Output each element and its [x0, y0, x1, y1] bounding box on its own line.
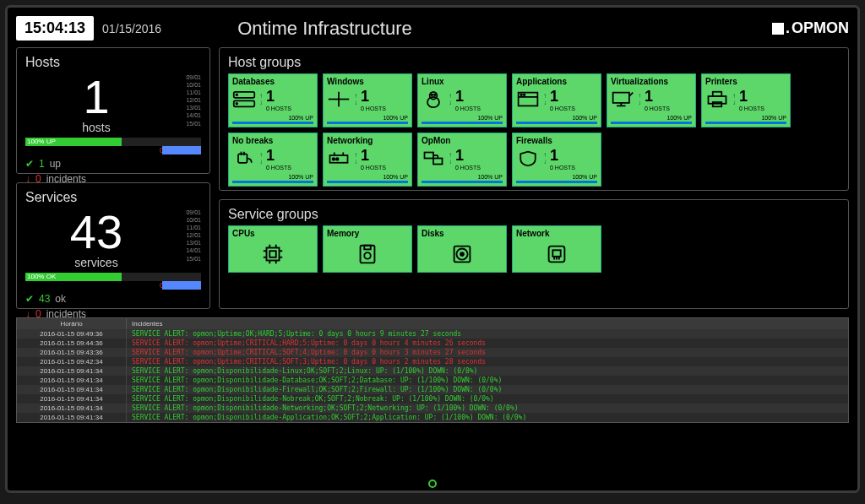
- svg-rect-21: [238, 154, 248, 163]
- hostgroup-card[interactable]: Virtualizations↑↓10 HOSTS100% UP: [607, 73, 696, 127]
- log-message: SERVICE ALERT: opmon;Uptime;CRITICAL;SOF…: [127, 348, 848, 357]
- hostgroup-up: 100% UP: [383, 115, 408, 121]
- svg-point-13: [524, 94, 525, 95]
- servicegroup-card[interactable]: Memory: [323, 225, 412, 273]
- svg-rect-30: [433, 159, 443, 165]
- logo: .OPMON: [772, 19, 849, 37]
- log-time: 2016-01-15 09:41:34: [17, 366, 127, 376]
- svg-rect-29: [425, 153, 434, 159]
- hostgroup-count: 1: [266, 88, 291, 106]
- hostgroup-card[interactable]: Windows↑↓10 HOSTS100% UP: [323, 73, 412, 127]
- hostgroup-up: 100% UP: [383, 174, 408, 180]
- hostgroup-icon: [422, 149, 445, 168]
- hostgroup-up: 100% UP: [572, 115, 597, 121]
- svg-point-25: [333, 158, 335, 160]
- log-time: 2016-01-15 09:41:34: [17, 376, 127, 385]
- check-icon: ✔: [25, 158, 34, 170]
- services-bar: 100% OK: [25, 273, 201, 281]
- log-message: SERVICE ALERT: opmon;Uptime;CRITICAL;HAR…: [127, 339, 848, 348]
- hostgroup-up: 100% UP: [666, 115, 692, 121]
- hostgroup-hosts: 0 HOSTS: [550, 106, 575, 111]
- hostgroup-count: 1: [361, 88, 386, 106]
- log-time: 2016-01-15 09:41:34: [17, 394, 127, 404]
- hostgroup-icon: [516, 90, 540, 109]
- hostgroup-icon: [327, 149, 351, 168]
- arrows-icon: ↑↓: [449, 152, 452, 165]
- log-panel: Horário Incidentes 2016-01-15 09:49:36SE…: [16, 317, 849, 423]
- servicegroup-icon: [355, 241, 380, 265]
- hosts-count: 1: [25, 73, 167, 121]
- date: 01/15/2016: [102, 22, 161, 35]
- log-row: 2016-01-15 09:44:36SERVICE ALERT: opmon;…: [17, 339, 848, 348]
- log-time: 2016-01-15 09:41:34: [17, 404, 127, 413]
- hostgroup-card[interactable]: OpMon↑↓10 HOSTS100% UP: [417, 133, 507, 187]
- servicegroup-card[interactable]: Network: [512, 225, 601, 273]
- svg-point-8: [431, 94, 432, 95]
- hostgroup-up: 100% UP: [761, 115, 786, 121]
- arrows-icon: ↑↓: [259, 93, 263, 106]
- hostgroup-hosts: 0 HOSTS: [266, 106, 291, 111]
- servicegroup-card[interactable]: Disks: [417, 225, 507, 273]
- log-message: SERVICE ALERT: opmon;Disponibilidade-Fir…: [127, 385, 848, 394]
- log-message: SERVICE ALERT: opmon;Uptime;CRITICAL;SOF…: [127, 357, 848, 366]
- log-row: 2016-01-15 09:41:34SERVICE ALERT: opmon;…: [17, 413, 848, 422]
- hostgroups-title: Host groups: [228, 55, 840, 70]
- servicegroups-title: Service groups: [228, 207, 840, 222]
- arrows-icon: ↑↓: [449, 93, 452, 106]
- log-time: 2016-01-15 09:41:34: [17, 385, 127, 394]
- hostgroup-hosts: 0 HOSTS: [645, 106, 670, 111]
- hostgroup-name: Applications: [516, 77, 597, 86]
- hostgroup-icon: [516, 149, 540, 168]
- log-row: 2016-01-15 09:42:34SERVICE ALERT: opmon;…: [17, 357, 848, 366]
- log-row: 2016-01-15 09:43:36SERVICE ALERT: opmon;…: [17, 348, 848, 357]
- log-time: 2016-01-15 09:42:34: [17, 357, 127, 366]
- hostgroup-hosts: 0 HOSTS: [455, 165, 481, 171]
- power-icon[interactable]: [428, 480, 437, 488]
- hostgroup-card[interactable]: Linux↑↓10 HOSTS100% UP: [417, 73, 507, 127]
- servicegroup-icon: [260, 241, 286, 265]
- svg-rect-34: [269, 251, 276, 257]
- svg-point-45: [364, 252, 371, 259]
- hostgroup-card[interactable]: Applications↑↓10 HOSTS100% UP: [512, 73, 601, 127]
- servicegroup-name: CPUs: [232, 229, 313, 238]
- hostgroup-up: 100% UP: [477, 115, 503, 121]
- hostgroup-count: 1: [455, 88, 481, 106]
- log-row: 2016-01-15 09:41:34SERVICE ALERT: opmon;…: [17, 394, 848, 404]
- hostgroup-icon: [705, 90, 729, 109]
- hostgroup-name: Windows: [327, 77, 408, 86]
- hostgroup-count: 1: [361, 147, 386, 165]
- hostgroup-card[interactable]: Networking↑↓10 HOSTS100% UP: [323, 133, 412, 187]
- hostgroup-card[interactable]: Firewalls↑↓10 HOSTS100% UP: [512, 133, 601, 187]
- svg-point-9: [434, 94, 436, 95]
- hosts-dates: 09/0110/0111/0112/0113/0114/0115/01: [167, 73, 201, 134]
- servicegroup-icon: [449, 241, 475, 265]
- hostgroup-card[interactable]: No breaks↑↓10 HOSTS100% UP: [228, 133, 318, 187]
- arrows-icon: ↑↓: [543, 93, 547, 106]
- servicegroup-card[interactable]: CPUs: [228, 225, 318, 273]
- servicegroup-icon: [544, 241, 569, 265]
- hostgroup-card[interactable]: Databases↑↓10 HOSTS100% UP: [228, 73, 318, 127]
- hostgroup-icon: [232, 90, 256, 109]
- svg-rect-50: [552, 250, 560, 257]
- hostgroup-name: Firewalls: [516, 136, 597, 145]
- svg-point-48: [460, 252, 464, 256]
- hostgroup-hosts: 0 HOSTS: [361, 106, 386, 111]
- log-message: SERVICE ALERT: opmon;Disponibilidade-Nob…: [127, 394, 848, 404]
- hostgroup-count: 1: [739, 88, 764, 106]
- svg-point-2: [236, 94, 237, 95]
- services-title: Services: [25, 190, 201, 205]
- hosts-panel: Hosts 1 hosts 09/0110/0111/0112/0113/011…: [16, 47, 210, 174]
- hostgroup-up: 100% UP: [288, 174, 313, 180]
- log-message: SERVICE ALERT: opmon;Disponibilidade-Lin…: [127, 366, 848, 376]
- servicegroups-panel: Service groups CPUsMemoryDisksNetwork: [219, 199, 849, 309]
- hostgroup-card[interactable]: Printers↑↓10 HOSTS100% UP: [701, 73, 791, 127]
- hostgroup-count: 1: [266, 147, 291, 165]
- svg-rect-19: [713, 92, 722, 96]
- dashboard-frame: 15:04:13 01/15/2016 Ontime Infrastructur…: [5, 5, 860, 493]
- hostgroups-panel: Host groups Databases↑↓10 HOSTS100% UPWi…: [219, 47, 849, 191]
- arrows-icon: ↑↓: [638, 93, 641, 106]
- svg-rect-33: [267, 248, 280, 261]
- log-row: 2016-01-15 09:41:34SERVICE ALERT: opmon;…: [17, 385, 848, 394]
- hostgroup-name: Virtualizations: [611, 77, 692, 86]
- svg-point-26: [336, 158, 339, 160]
